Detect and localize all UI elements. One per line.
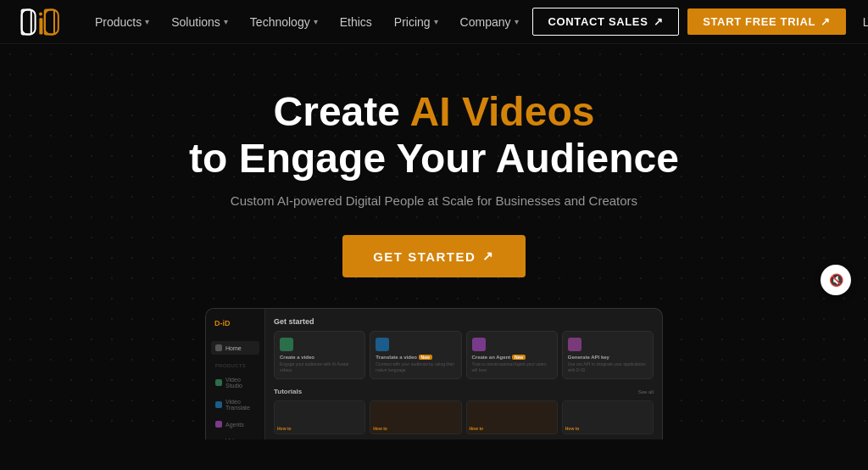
get-started-button[interactable]: GET STARTED ↗ — [342, 235, 526, 277]
dashboard-cards: Create a video Engage your audience with… — [274, 331, 654, 379]
dashboard-products-section: Products — [211, 358, 259, 370]
dashboard-thumbnail: How to — [466, 400, 558, 434]
dashboard-nav-video-translate: Video Translate — [211, 395, 259, 414]
dashboard-thumbnails: How to How to How to How to — [274, 400, 654, 434]
dashboard-nav-video-campaigns: Video Campaigns — [211, 434, 259, 439]
svg-rect-4 — [45, 9, 54, 34]
nav-item-ethics[interactable]: Ethics — [330, 10, 382, 34]
nav-item-technology[interactable]: Technology ▾ — [240, 10, 328, 34]
nav-item-company[interactable]: Company ▾ — [450, 10, 529, 34]
dashboard-card-generate-api: Generate API key Use our API to integrat… — [562, 331, 654, 379]
arrow-icon: ↗ — [821, 15, 831, 28]
svg-rect-1 — [22, 9, 36, 34]
hero-subtitle: Custom AI-powered Digital People at Scal… — [189, 193, 679, 208]
sound-toggle-button[interactable]: 🔇 — [821, 265, 851, 295]
dashboard-nav-home: Home — [211, 341, 259, 355]
hero-title-line2: to Engage Your Audience — [189, 135, 679, 182]
dashboard-sidebar: D-iD Home Products Video Studio Video Tr… — [206, 309, 265, 439]
nav-actions: CONTACT SALES ↗ START FREE TRIAL ↗ Log i… — [532, 8, 868, 36]
dashboard-thumbnail: How to — [562, 400, 654, 434]
dashboard-tutorials-header: Tutorials See all — [274, 388, 654, 395]
dashboard-nav-video-studio: Video Studio — [211, 373, 259, 392]
dashboard-thumbnail: How to — [274, 400, 365, 434]
dashboard-nav-agents: Agents — [211, 417, 259, 431]
nav-item-pricing[interactable]: Pricing ▾ — [384, 10, 448, 34]
chevron-down-icon: ▾ — [314, 17, 318, 26]
svg-rect-3 — [39, 18, 42, 34]
logo[interactable] — [20, 7, 61, 37]
dashboard-card-translate-video: Translate a video New Connect with your … — [370, 331, 461, 379]
chevron-down-icon: ▾ — [224, 17, 228, 26]
hero-content: Create AI Videos to Engage Your Audience… — [172, 88, 696, 308]
dashboard-preview: D-iD Home Products Video Studio Video Tr… — [205, 308, 663, 439]
nav-links: Products ▾ Solutions ▾ Technology ▾ Ethi… — [85, 10, 529, 34]
nav-item-products[interactable]: Products ▾ — [85, 10, 159, 34]
chevron-down-icon: ▾ — [145, 17, 149, 26]
dashboard-get-started-title: Get started — [274, 317, 654, 326]
svg-point-2 — [39, 12, 42, 15]
svg-rect-0 — [22, 9, 31, 34]
dashboard-logo: D-iD — [211, 316, 259, 331]
dashboard-card-create-agent: Create an Agent New Train a conversation… — [466, 331, 558, 379]
navbar: Products ▾ Solutions ▾ Technology ▾ Ethi… — [0, 0, 868, 44]
hero-section: Create AI Videos to Engage Your Audience… — [0, 44, 868, 439]
login-button[interactable]: Log in — [854, 10, 868, 34]
contact-sales-button[interactable]: CONTACT SALES ↗ — [532, 8, 680, 36]
start-trial-button[interactable]: START FREE TRIAL ↗ — [687, 8, 846, 35]
nav-item-solutions[interactable]: Solutions ▾ — [161, 10, 238, 34]
dashboard-main: Get started Create a video Engage your a… — [265, 309, 662, 439]
chevron-down-icon: ▾ — [434, 17, 438, 26]
arrow-icon: ↗ — [654, 15, 664, 28]
dashboard-card-create-video: Create a video Engage your audience with… — [274, 331, 365, 379]
arrow-icon: ↗ — [482, 249, 495, 264]
hero-title-line1: Create AI Videos — [189, 88, 679, 135]
mute-icon: 🔇 — [829, 273, 843, 287]
chevron-down-icon: ▾ — [515, 17, 519, 26]
dashboard-thumbnail: How to — [370, 400, 461, 434]
svg-rect-5 — [45, 9, 58, 34]
